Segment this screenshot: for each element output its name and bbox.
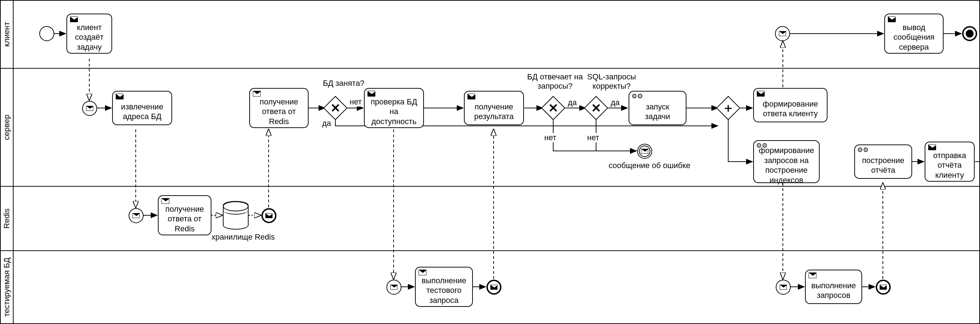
label-no-1: нет [349, 97, 363, 107]
label-sql-correct: SQL-запросы корректы? [586, 72, 637, 91]
gear-icon: ⚙⚙ [632, 93, 643, 99]
task-form-idx-queries: ⚙⚙ формирование запросов на построение и… [753, 140, 819, 183]
send-icon [116, 94, 124, 99]
task-form-reply: формирование ответа клиенту [753, 88, 827, 122]
task-start-task: ⚙⚙ запуск задачи [628, 91, 686, 125]
task-output-msg: вывод сообщения сервера [884, 14, 943, 54]
msg-throw-db-1 [487, 280, 501, 295]
start-event-client [39, 26, 54, 41]
task-get-redis-srv: получение ответа от Redis [249, 88, 309, 128]
msg-event-client-recv [775, 26, 790, 41]
lane-label-db: тестируемая БД [1, 251, 14, 323]
error-msg-event [637, 144, 652, 159]
lane-label-client: клиент [1, 1, 14, 68]
task-extract-addr: извлечение адреса БД [112, 91, 172, 125]
end-event-client [962, 26, 977, 41]
task-client-create: клиент создаёт задачу [67, 14, 112, 54]
msg-throw-redis [261, 208, 277, 223]
task-get-result: получение результата [464, 91, 524, 125]
send-icon [888, 16, 896, 22]
msg-throw-db-2 [876, 280, 891, 295]
lane-label-redis: Redis [1, 187, 14, 251]
send-icon [757, 91, 765, 97]
msg-catch-db-1 [387, 280, 401, 295]
lane-redis: Redis [1, 187, 979, 251]
label-yes-3: да [610, 98, 620, 107]
msg-catch-server-1 [82, 101, 97, 116]
msg-catch-db-2 [776, 280, 791, 295]
receive-icon [418, 270, 426, 275]
bpmn-canvas: клиент сервер Redis тестируемая БД [0, 0, 980, 324]
receive-icon [808, 273, 816, 278]
send-icon [368, 91, 375, 97]
label-error-msg: сообщение об ошибке [608, 161, 691, 170]
gear-icon: ⚙⚙ [756, 142, 767, 149]
label-redis-store: хранилище Redis [211, 233, 275, 242]
task-build-report: ⚙⚙ построение отчёта [854, 144, 912, 179]
label-yes-1: да [321, 119, 332, 128]
task-redis-reply: получение ответа от Redis [158, 195, 212, 235]
label-db-responds: БД отвечает на запросы? [527, 72, 584, 91]
label-yes-2: да [567, 98, 578, 107]
label-db-busy: БД занята? [322, 79, 365, 88]
datastore-redis [223, 201, 248, 230]
task-check-db: проверка БД на доступность [364, 88, 424, 128]
task-send-report: отправка отчёта клиенту [924, 142, 975, 182]
gear-icon: ⚙⚙ [857, 147, 869, 153]
receive-icon [161, 198, 169, 204]
lane-server: сервер [1, 69, 979, 187]
task-exec-test-query: выполнение тестового запроса [415, 267, 473, 307]
send-icon [928, 144, 936, 150]
lane-label-server: сервер [1, 69, 14, 186]
label-no-2: нет [544, 133, 557, 142]
receive-icon [253, 91, 261, 97]
lane-client: клиент [1, 1, 979, 69]
send-icon [70, 16, 78, 22]
msg-catch-redis [129, 208, 143, 223]
label-no-3: нет [586, 133, 600, 142]
task-exec-queries: выполнение запросов [805, 270, 862, 304]
send-icon [468, 94, 476, 99]
